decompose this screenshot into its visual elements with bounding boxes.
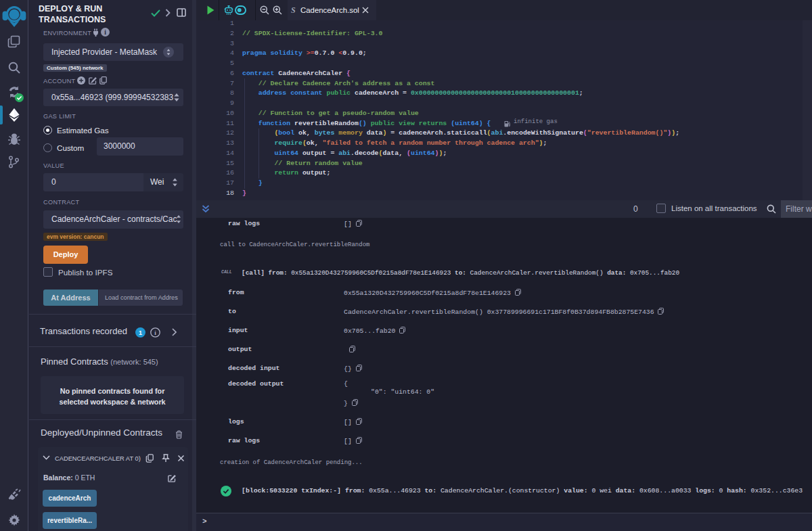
svg-text:i: i [104, 29, 106, 36]
svg-text:1: 1 [139, 329, 142, 336]
svg-text:i: i [154, 329, 156, 336]
